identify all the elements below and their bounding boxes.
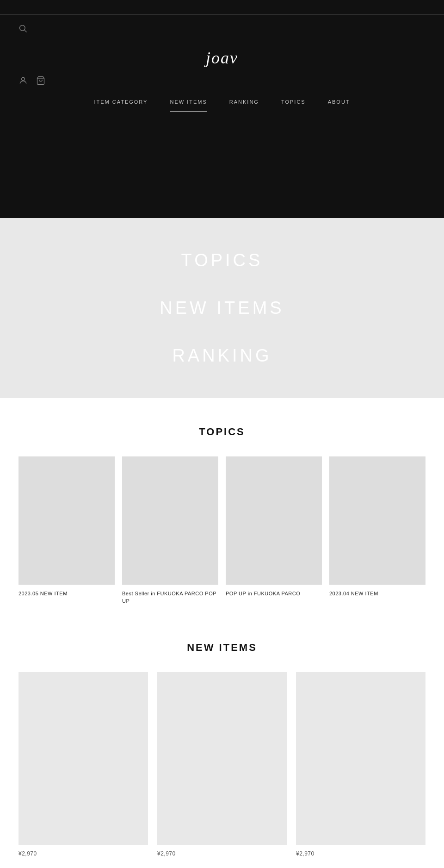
gray-section: TOPICS NEW ITEMS RANKING [0, 218, 444, 398]
topic-card-image-0 [18, 456, 115, 585]
item-card-image-2 [296, 672, 426, 845]
logo-area[interactable]: joav [18, 39, 426, 72]
top-bar [0, 0, 444, 15]
header: joav ITEM CATEGORY NEW ITEMS RANKING TOP… [0, 15, 444, 218]
nav-item-ranking[interactable]: RANKING [229, 99, 259, 112]
nav-item-new-items[interactable]: NEW ITEMS [170, 99, 207, 112]
topic-card-image-1 [122, 456, 218, 585]
nav-item-about[interactable]: ABOUT [328, 99, 350, 112]
topics-section: TOPICS 2023.05 NEW ITEM Best Seller in F… [0, 398, 444, 623]
topic-card-label-2: POP UP in FUKUOKA PARCO [226, 590, 322, 597]
topics-section-title: TOPICS [18, 426, 426, 438]
gray-new-items-item[interactable]: NEW ITEMS [0, 284, 444, 332]
topic-card-image-3 [329, 456, 426, 585]
hero-area [18, 112, 426, 218]
topic-card-label-0: 2023.05 NEW ITEM [18, 590, 115, 597]
item-card-1[interactable]: ¥2,970 [157, 672, 287, 857]
nav-item-topics[interactable]: TOPICS [281, 99, 306, 112]
topic-card-1[interactable]: Best Seller in FUKUOKA PARCO POP UP [122, 456, 218, 605]
topic-card-2[interactable]: POP UP in FUKUOKA PARCO [226, 456, 322, 605]
new-items-section: NEW ITEMS ¥2,970 ¥2,970 ¥2,970 [0, 623, 444, 868]
item-card-price-2: ¥2,970 [296, 850, 426, 857]
gray-ranking-item[interactable]: RANKING [0, 332, 444, 380]
account-icon[interactable] [18, 76, 28, 87]
item-card-image-1 [157, 672, 287, 845]
user-cart-row [18, 72, 426, 91]
new-items-section-title: NEW ITEMS [18, 642, 426, 654]
item-card-price-0: ¥2,970 [18, 850, 148, 857]
cart-icon[interactable] [36, 76, 45, 87]
gray-topics-item[interactable]: TOPICS [0, 237, 444, 284]
svg-point-3 [20, 25, 25, 31]
svg-line-4 [25, 30, 27, 32]
topic-card-0[interactable]: 2023.05 NEW ITEM [18, 456, 115, 605]
item-card-price-1: ¥2,970 [157, 850, 287, 857]
main-nav: ITEM CATEGORY NEW ITEMS RANKING TOPICS A… [18, 91, 426, 112]
topic-card-3[interactable]: 2023.04 NEW ITEM [329, 456, 426, 605]
new-items-grid: ¥2,970 ¥2,970 ¥2,970 [18, 672, 426, 857]
nav-item-category[interactable]: ITEM CATEGORY [94, 99, 148, 112]
topic-card-label-1: Best Seller in FUKUOKA PARCO POP UP [122, 590, 218, 605]
item-card-2[interactable]: ¥2,970 [296, 672, 426, 857]
search-icon[interactable] [18, 24, 28, 35]
topic-card-label-3: 2023.04 NEW ITEM [329, 590, 426, 597]
svg-point-5 [22, 77, 25, 81]
topic-card-image-2 [226, 456, 322, 585]
logo: joav [206, 48, 238, 68]
item-card-0[interactable]: ¥2,970 [18, 672, 148, 857]
search-area[interactable] [18, 20, 426, 39]
item-card-image-0 [18, 672, 148, 845]
topics-grid: 2023.05 NEW ITEM Best Seller in FUKUOKA … [18, 456, 426, 605]
